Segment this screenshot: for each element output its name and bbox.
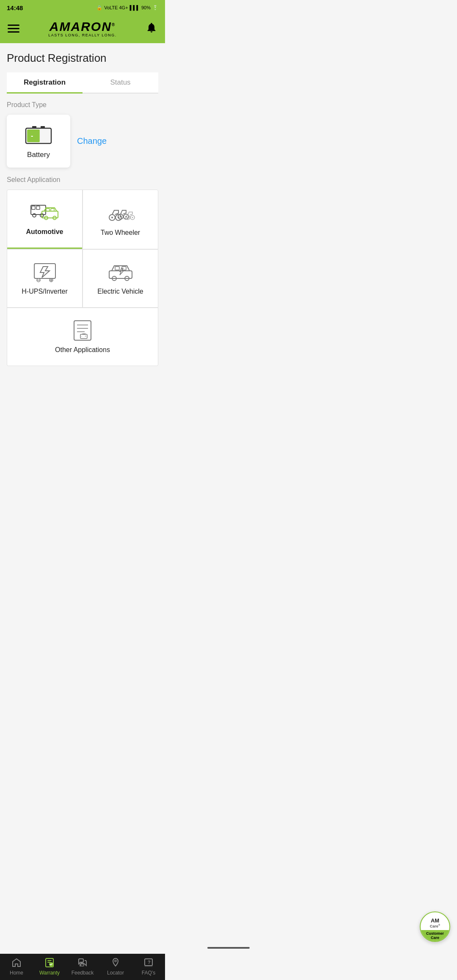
svg-rect-40 bbox=[74, 321, 91, 340]
network-info: VoLTE 4G+ bbox=[104, 5, 128, 10]
svg-rect-2 bbox=[41, 126, 45, 129]
automotive-label: Automotive bbox=[26, 228, 63, 236]
page-title: Product Registration bbox=[7, 52, 158, 65]
notification-bell[interactable] bbox=[146, 22, 157, 35]
tab-status[interactable]: Status bbox=[83, 72, 158, 93]
svg-rect-45 bbox=[83, 333, 84, 335]
page-content: Product Registration Registration Status bbox=[0, 43, 165, 94]
tab-registration[interactable]: Registration bbox=[7, 72, 83, 93]
app-automotive[interactable]: Automotive bbox=[7, 190, 82, 249]
svg-rect-7 bbox=[31, 205, 46, 215]
svg-rect-36 bbox=[115, 267, 119, 270]
svg-point-18 bbox=[111, 217, 113, 218]
electric-vehicle-label: Electric Vehicle bbox=[97, 288, 143, 295]
status-time: 14:48 bbox=[7, 4, 23, 11]
app-other[interactable]: - + Other Applications bbox=[7, 308, 158, 366]
two-wheeler-label: Two Wheeler bbox=[101, 229, 140, 237]
battery-level: 90% bbox=[141, 5, 151, 10]
two-wheeler-icon bbox=[106, 203, 135, 224]
svg-point-28 bbox=[132, 217, 133, 218]
change-product-button[interactable]: Change bbox=[77, 136, 107, 146]
svg-rect-6 bbox=[40, 129, 50, 142]
svg-rect-9 bbox=[36, 206, 40, 209]
battery-product-card[interactable]: - + Battery bbox=[7, 115, 70, 168]
automotive-icon bbox=[30, 202, 60, 223]
select-application-label: Select Application bbox=[7, 176, 158, 184]
inverter-icon bbox=[30, 262, 60, 283]
registration-section: Product Type - + Battery Change bbox=[0, 94, 165, 366]
battery-label: Battery bbox=[27, 151, 50, 159]
logo-tagline: LASTS LONG, REALLY LONG. bbox=[48, 33, 117, 37]
svg-text:+: + bbox=[85, 335, 86, 338]
other-applications-label: Other Applications bbox=[55, 346, 110, 354]
application-grid: Automotive bbox=[7, 190, 158, 366]
app-hups-inverter[interactable]: H-UPS/Inverter bbox=[7, 250, 82, 307]
lock-icon: 🔒 bbox=[96, 5, 102, 11]
battery-icon: - + bbox=[24, 123, 53, 146]
svg-rect-3 bbox=[27, 129, 40, 142]
status-bar: 14:48 🔒 VoLTE 4G+ ▌▌▌ 90% 🔋 bbox=[0, 0, 165, 15]
product-type-label: Product Type bbox=[7, 101, 158, 109]
tab-bar: Registration Status bbox=[7, 72, 158, 94]
svg-point-26 bbox=[127, 217, 128, 218]
app-header: AMARON® LASTS LONG, REALLY LONG. bbox=[0, 15, 165, 43]
other-applications-icon: - + bbox=[68, 320, 97, 341]
hups-label: H-UPS/Inverter bbox=[22, 288, 67, 295]
battery-icon: 🔋 bbox=[152, 5, 158, 11]
product-type-row: - + Battery Change bbox=[7, 115, 158, 168]
logo-text: AMARON® bbox=[48, 19, 117, 34]
electric-vehicle-icon bbox=[106, 262, 135, 283]
app-two-wheeler[interactable]: Two Wheeler bbox=[83, 190, 158, 249]
status-icons: 🔒 VoLTE 4G+ ▌▌▌ 90% 🔋 bbox=[96, 5, 158, 11]
hamburger-menu[interactable] bbox=[8, 25, 19, 33]
app-logo: AMARON® LASTS LONG, REALLY LONG. bbox=[48, 19, 117, 37]
svg-rect-8 bbox=[32, 206, 35, 209]
svg-text:-: - bbox=[31, 132, 33, 139]
signal-icon: ▌▌▌ bbox=[130, 5, 140, 10]
svg-text:-: - bbox=[81, 335, 83, 338]
svg-rect-1 bbox=[32, 126, 36, 129]
svg-point-22 bbox=[120, 216, 121, 217]
app-electric-vehicle[interactable]: Electric Vehicle bbox=[83, 250, 158, 307]
